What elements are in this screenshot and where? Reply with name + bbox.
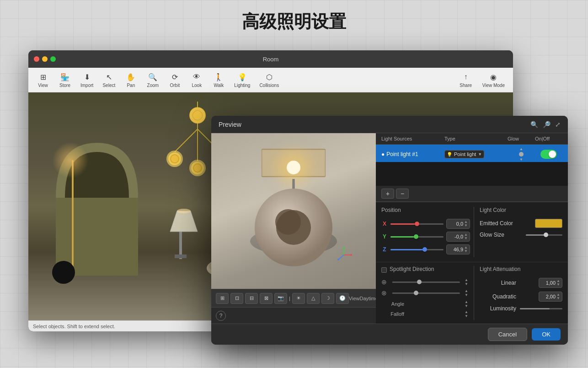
angle-up[interactable]: ▲ (465, 300, 468, 304)
light-sun-btn[interactable]: ☀ (292, 293, 305, 304)
quadratic-stepper[interactable]: ▲ ▼ (556, 293, 560, 300)
toolbar-item-viewmode[interactable]: ◉ View Mode (479, 70, 508, 90)
lighting-icon: 💡 (237, 72, 247, 82)
z-stepper[interactable]: ▲ ▼ (464, 246, 468, 253)
falloff-down[interactable]: ▼ (465, 314, 468, 318)
app-titlebar: Room (28, 50, 513, 68)
zoom-out-icon[interactable]: 🔎 (543, 121, 551, 128)
toolbar-label-import: Import (80, 83, 93, 88)
linear-down[interactable]: ▼ (556, 283, 560, 287)
z-slider-track[interactable] (390, 249, 444, 250)
light-moon-btn[interactable]: ☽ (321, 293, 334, 304)
fit-view-icon[interactable]: ⤢ (555, 121, 561, 128)
view-front-btn[interactable]: ⊡ (230, 293, 243, 304)
direction-up-2[interactable]: ▲ (465, 289, 468, 293)
spotlight-section: Spotlight Direction ⊕ ▲ ▼ (381, 266, 470, 320)
toolbar-item-orbit[interactable]: ⟳ Orbit (165, 70, 185, 90)
toolbar-item-pan[interactable]: ✋ Pan (121, 70, 141, 90)
y-value-text: -0,0 (454, 234, 463, 239)
glow-stepper-1[interactable]: ▲ ▼ (519, 147, 524, 162)
linear-row: Linear 1,00 ▲ ▼ (480, 278, 562, 288)
dialog-titlebar: Preview 🔍 🔎 ⤢ (211, 116, 568, 133)
falloff-stepper[interactable]: ▲ ▼ (463, 310, 470, 318)
toolbar-item-lighting[interactable]: 💡 Lighting (230, 70, 254, 90)
toolbar-label-store: Store (59, 83, 70, 88)
toolbar-item-collisions[interactable]: ⬡ Collisions (256, 70, 283, 90)
zoom-icon: 🔍 (148, 72, 158, 82)
linear-stepper[interactable]: ▲ ▼ (556, 279, 560, 287)
direction-down-2[interactable]: ▼ (465, 293, 468, 297)
falloff-up[interactable]: ▲ (465, 310, 468, 314)
z-slider-fill (390, 249, 425, 250)
direction-down-1[interactable]: ▼ (465, 282, 468, 286)
view-label: View (349, 296, 360, 301)
y-down-arrow[interactable]: ▼ (464, 237, 468, 240)
view-side-btn[interactable]: ⊟ (245, 293, 258, 304)
direction-stepper-2[interactable]: ▲ ▼ (463, 289, 470, 297)
toolbar-label-viewmode: View Mode (482, 83, 505, 88)
preview-toolbar: ⊞ ⊡ ⊟ ⊠ 📷 | ☀ △ ☽ 🕐 View Daytime (211, 289, 376, 307)
toolbar-item-import[interactable]: ⬇ Import (77, 70, 97, 90)
minimize-button[interactable] (42, 56, 48, 62)
position-title: Position (381, 207, 470, 215)
close-button[interactable] (34, 56, 39, 62)
glow-size-slider[interactable] (526, 234, 562, 236)
zoom-in-icon[interactable]: 🔍 (530, 121, 538, 128)
quadratic-down[interactable]: ▼ (556, 297, 560, 300)
y-value-input[interactable]: -0,0 ▲ ▼ (446, 232, 470, 242)
light-name-text-1: Point light #1 (386, 151, 418, 157)
dialog-title: Preview (219, 121, 241, 128)
help-button[interactable]: ? (216, 311, 226, 321)
spotlight-checkbox[interactable] (381, 267, 387, 273)
preview-viewport[interactable] (211, 133, 376, 289)
angle-down[interactable]: ▼ (465, 304, 468, 308)
add-light-button[interactable]: + (381, 189, 394, 199)
direction-up-1[interactable]: ▲ (465, 278, 468, 282)
light-clock-btn[interactable]: 🕐 (336, 293, 349, 304)
direction-row-1: ⊕ ▲ ▼ (381, 278, 470, 286)
light-toggle-1[interactable] (540, 150, 557, 159)
direction-slider-1[interactable] (392, 281, 460, 283)
toolbar-item-view[interactable]: ⊞ View (33, 70, 53, 90)
light-table-empty (376, 162, 568, 186)
direction-slider-2[interactable] (392, 292, 460, 294)
y-slider-track[interactable] (390, 236, 444, 238)
toolbar-item-zoom[interactable]: 🔍 Zoom (143, 70, 163, 90)
luminosity-slider[interactable] (520, 308, 562, 309)
linear-value[interactable]: 1,00 ▲ ▼ (539, 278, 562, 288)
toolbar-item-share[interactable]: ↑ Share (456, 70, 476, 90)
x-stepper[interactable]: ▲ ▼ (464, 220, 468, 227)
maximize-button[interactable] (50, 56, 56, 62)
light-table-row-1[interactable]: ● Point light #1 💡 Point light ▼ ▲ ▼ (376, 145, 568, 162)
svg-point-36 (337, 259, 339, 260)
emitted-color-swatch[interactable] (535, 219, 562, 228)
orbit-icon: ⟳ (170, 72, 180, 82)
light-toolbar-group: ☀ △ ☽ 🕐 (292, 293, 349, 304)
toolbar-label-zoom: Zoom (147, 83, 159, 88)
quadratic-row: Quadratic 2,00 ▲ ▼ (480, 292, 562, 302)
glow-size-fill (526, 234, 546, 236)
light-spot-btn[interactable]: △ (307, 293, 320, 304)
toolbar-item-walk[interactable]: 🚶 Walk (208, 70, 229, 90)
preview-footer: ? (211, 307, 376, 324)
angle-stepper[interactable]: ▲ ▼ (463, 300, 470, 308)
z-value-input[interactable]: 46,9 ▲ ▼ (446, 244, 470, 254)
x-slider-track[interactable] (390, 223, 444, 225)
z-down-arrow[interactable]: ▼ (464, 249, 468, 253)
toolbar-item-store[interactable]: 🏪 Store (55, 70, 75, 90)
y-stepper[interactable]: ▲ ▼ (464, 233, 468, 240)
x-value-input[interactable]: 0,0 ▲ ▼ (446, 219, 470, 229)
quadratic-value[interactable]: 2,00 ▲ ▼ (539, 292, 562, 302)
view-top-btn[interactable]: ⊠ (260, 293, 273, 304)
direction-stepper-1[interactable]: ▲ ▼ (463, 278, 470, 286)
cancel-button[interactable]: Cancel (488, 328, 527, 341)
view-perspective-btn[interactable]: ⊞ (216, 293, 229, 304)
view-camera-btn[interactable]: 📷 (274, 293, 287, 304)
x-down-arrow[interactable]: ▼ (464, 224, 468, 227)
remove-light-button[interactable]: − (396, 189, 409, 199)
luminosity-row: Luminosity (480, 305, 562, 312)
ok-button[interactable]: OK (532, 328, 561, 341)
toolbar-item-select[interactable]: ↖ Select (99, 70, 119, 90)
light-type-select-1[interactable]: 💡 Point light ▼ (444, 150, 484, 158)
toolbar-item-look[interactable]: 👁 Look (187, 70, 207, 90)
